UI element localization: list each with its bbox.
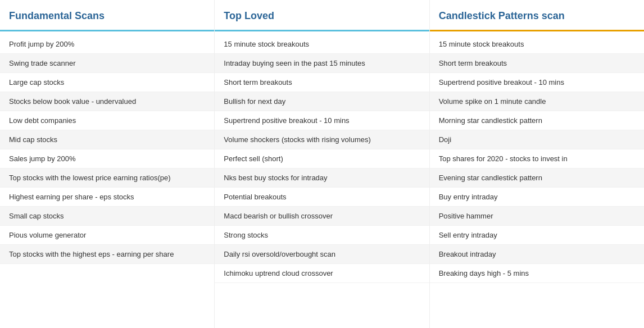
list-item[interactable]: Bullish for next day (215, 92, 429, 111)
main-container: Fundamental ScansProfit jump by 200%Swin… (0, 0, 644, 328)
list-item[interactable]: Doji (430, 130, 644, 149)
list-item[interactable]: Top shares for 2020 - stocks to invest i… (430, 149, 644, 168)
list-item[interactable]: Short term breakouts (215, 73, 429, 92)
list-item[interactable]: Pious volume generator (0, 226, 214, 245)
column-header-fundamental: Fundamental Scans (0, 6, 214, 31)
column-candlestick: Candlestick Patterns scan15 minute stock… (430, 0, 644, 328)
list-item[interactable]: Stocks below book value - undervalued (0, 92, 214, 111)
list-item[interactable]: Daily rsi oversold/overbought scan (215, 245, 429, 264)
list-item[interactable]: Intraday buying seen in the past 15 minu… (215, 54, 429, 73)
list-item[interactable]: Perfect sell (short) (215, 149, 429, 168)
list-item[interactable]: Short term breakouts (430, 54, 644, 73)
list-item[interactable]: Small cap stocks (0, 207, 214, 226)
list-item[interactable]: Sell entry intraday (430, 226, 644, 245)
list-item[interactable]: Top stocks with the highest eps - earnin… (0, 245, 214, 264)
list-item[interactable]: 15 minute stock breakouts (430, 35, 644, 54)
list-item[interactable]: Potential breakouts (215, 188, 429, 207)
list-item[interactable]: Low debt companies (0, 111, 214, 130)
list-item[interactable]: 15 minute stock breakouts (215, 35, 429, 54)
list-item[interactable]: Volume shockers (stocks with rising volu… (215, 130, 429, 149)
list-item[interactable]: Supertrend positive breakout - 10 mins (430, 73, 644, 92)
column-header-toploved: Top Loved (215, 6, 429, 31)
column-header-candlestick: Candlestick Patterns scan (430, 6, 644, 31)
list-item[interactable]: Supertrend positive breakout - 10 mins (215, 111, 429, 130)
list-item[interactable]: Evening star candlestick pattern (430, 168, 644, 188)
list-item[interactable]: Ichimoku uptrend cloud crossover (215, 264, 429, 283)
list-item[interactable]: Macd bearish or bullish crossover (215, 207, 429, 226)
list-item[interactable]: Top stocks with the lowest price earning… (0, 168, 214, 188)
list-item[interactable]: Profit jump by 200% (0, 35, 214, 54)
column-toploved: Top Loved15 minute stock breakoutsIntrad… (215, 0, 429, 328)
list-item[interactable]: Nks best buy stocks for intraday (215, 168, 429, 188)
list-item[interactable]: Morning star candlestick pattern (430, 111, 644, 130)
list-item[interactable]: Swing trade scanner (0, 54, 214, 73)
list-item[interactable]: Buy entry intraday (430, 188, 644, 207)
list-item[interactable]: Volume spike on 1 minute candle (430, 92, 644, 111)
list-item[interactable]: Mid cap stocks (0, 130, 214, 149)
list-item[interactable]: Breakout intraday (430, 245, 644, 264)
column-fundamental: Fundamental ScansProfit jump by 200%Swin… (0, 0, 215, 328)
list-item[interactable]: Large cap stocks (0, 73, 214, 92)
list-item[interactable]: Highest earning per share - eps stocks (0, 188, 214, 207)
list-item[interactable]: Breaking days high - 5 mins (430, 264, 644, 283)
list-item[interactable]: Positive hammer (430, 207, 644, 226)
list-item[interactable]: Sales jump by 200% (0, 149, 214, 168)
list-item[interactable]: Strong stocks (215, 226, 429, 245)
